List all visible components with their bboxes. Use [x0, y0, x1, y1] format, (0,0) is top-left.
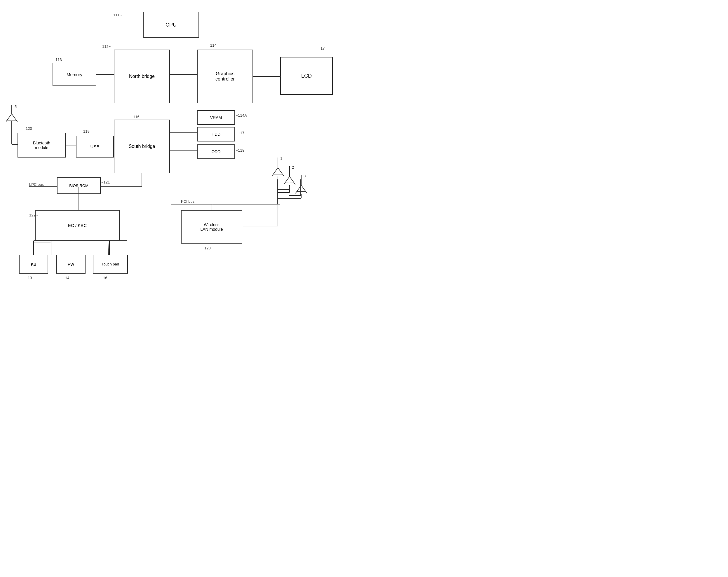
- kb-ref: 13: [28, 276, 32, 280]
- pci-bus-label: PCI bus: [181, 199, 194, 203]
- cpu-ref: 111~: [113, 13, 122, 17]
- svg-line-29: [12, 114, 18, 122]
- pw-ref: 14: [65, 276, 69, 280]
- cpu-box: CPU: [143, 12, 199, 38]
- vram-box: VRAM: [197, 110, 235, 125]
- graphics-controller-box: Graphicscontroller: [197, 50, 253, 103]
- bios-rom-box: BIOS-ROM: [57, 177, 101, 194]
- bluetooth-ref: 120: [26, 126, 32, 131]
- svg-line-38: [284, 176, 290, 185]
- hdd-ref: ~117: [236, 131, 244, 135]
- odd-box: ODD: [197, 144, 235, 159]
- odd-ref: ~118: [236, 148, 244, 153]
- lpc-bus-label: LPC bus: [29, 182, 44, 187]
- usb-box: USB: [76, 136, 114, 158]
- ec-kbc-ref: 122~: [29, 213, 38, 217]
- svg-line-35: [278, 168, 284, 176]
- memory-ref: 113: [55, 57, 62, 62]
- pw-box: PW: [56, 255, 85, 274]
- antenna-5-ref: 5: [15, 104, 17, 109]
- lcd-ref: 17: [320, 46, 324, 51]
- wireless-lan-ref: 123: [204, 246, 211, 250]
- north-bridge-box: North bridge: [114, 50, 170, 103]
- north-bridge-ref: 112~: [102, 44, 111, 49]
- south-bridge-ref: 116: [133, 115, 139, 119]
- svg-line-42: [295, 185, 301, 193]
- memory-box: Memory: [53, 63, 96, 86]
- svg-line-39: [290, 176, 295, 185]
- bluetooth-box: Bluetoothmodule: [18, 133, 66, 158]
- graphics-ref: 114: [210, 43, 216, 48]
- svg-line-28: [6, 114, 12, 122]
- diagram: CPU 111~ North bridge 112~ Memory 113 Gr…: [0, 0, 364, 288]
- touch-pad-box: Touch pad: [93, 255, 128, 274]
- hdd-box: HDD: [197, 127, 235, 141]
- usb-ref: 119: [83, 129, 89, 134]
- svg-line-34: [272, 168, 278, 176]
- wireless-lan-box: WirelessLAN module: [181, 210, 242, 244]
- kb-box: KB: [19, 255, 48, 274]
- svg-line-43: [301, 185, 307, 193]
- antenna-2-ref: 2: [292, 165, 294, 169]
- south-bridge-box: South bridge: [114, 119, 170, 173]
- lcd-box: LCD: [280, 57, 333, 95]
- touch-pad-ref: 16: [103, 276, 107, 280]
- vram-ref: ~114A: [236, 113, 247, 117]
- ec-kbc-box: EC / KBC: [35, 210, 120, 241]
- bios-rom-ref: ~121: [101, 180, 110, 184]
- antenna-1-ref: 1: [280, 156, 282, 161]
- antenna-3-ref: 3: [304, 174, 306, 178]
